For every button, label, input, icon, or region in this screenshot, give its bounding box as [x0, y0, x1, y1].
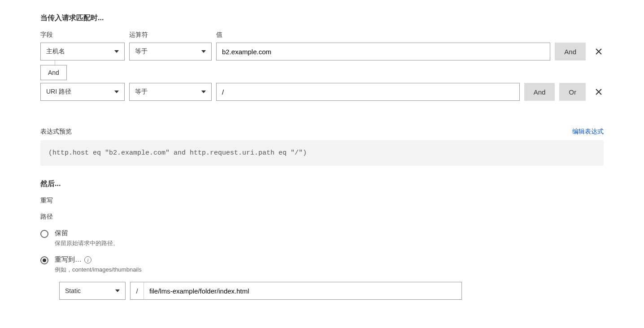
operator-select-value: 等于	[135, 88, 148, 96]
field-select-value: URI 路径	[46, 88, 71, 96]
value-input[interactable]	[216, 83, 520, 101]
rewrite-path-wrap: /	[130, 282, 462, 300]
label-field: 字段	[40, 31, 125, 39]
label-value: 值	[216, 31, 222, 39]
close-icon	[595, 88, 603, 96]
match-section-title: 当传入请求匹配时...	[40, 13, 604, 23]
radio-button[interactable]	[40, 230, 48, 238]
preview-label: 表达式预览	[40, 128, 72, 136]
operator-select[interactable]: 等于	[129, 83, 212, 101]
operator-select-value: 等于	[135, 47, 148, 56]
radio-rewrite[interactable]: 重写到… i 例如，content/images/thumbnails	[40, 255, 604, 274]
label-operator: 运算符	[129, 31, 212, 39]
value-input[interactable]	[216, 43, 550, 60]
condition-row: 主机名 等于 And	[40, 43, 604, 60]
condition-connector: And	[40, 60, 604, 83]
radio-rewrite-sub: 例如，content/images/thumbnails	[55, 266, 142, 274]
chevron-down-icon	[114, 50, 119, 53]
path-label: 路径	[40, 213, 604, 221]
edit-expression-link[interactable]: 编辑表达式	[572, 128, 604, 136]
rewrite-type-value: Static	[65, 287, 81, 294]
chevron-down-icon	[201, 91, 206, 93]
radio-preserve[interactable]: 保留 保留原始请求中的路径。	[40, 229, 604, 247]
rewrite-input-row: Static /	[59, 282, 604, 300]
condition-labels: 字段 运算符 值	[40, 31, 604, 39]
rewrite-type-select[interactable]: Static	[59, 282, 126, 300]
close-icon	[595, 47, 603, 56]
preview-header: 表达式预览 编辑表达式	[40, 128, 604, 136]
field-select[interactable]: URI 路径	[40, 83, 125, 101]
and-button[interactable]: And	[524, 83, 555, 101]
then-section-title: 然后...	[40, 179, 604, 189]
rewrite-path-input[interactable]	[144, 282, 462, 300]
connector-badge: And	[40, 65, 67, 80]
info-icon[interactable]: i	[84, 256, 91, 263]
radio-button[interactable]	[40, 256, 48, 264]
field-select[interactable]: 主机名	[40, 43, 125, 60]
chevron-down-icon	[115, 289, 120, 292]
and-button[interactable]: And	[555, 43, 586, 60]
chevron-down-icon	[201, 50, 206, 53]
radio-rewrite-title: 重写到…	[55, 255, 82, 264]
expression-preview: (http.host eq "b2.example.com" and http.…	[40, 140, 604, 166]
condition-row: URI 路径 等于 And Or	[40, 83, 604, 101]
operator-select[interactable]: 等于	[129, 43, 212, 60]
radio-preserve-sub: 保留原始请求中的路径。	[55, 239, 119, 247]
remove-condition-button[interactable]	[594, 47, 604, 56]
radio-selected-dot	[43, 259, 46, 262]
remove-condition-button[interactable]	[594, 87, 604, 97]
chevron-down-icon	[114, 91, 119, 93]
path-radio-group: 保留 保留原始请求中的路径。 重写到… i 例如，content/images/…	[40, 229, 604, 274]
or-button[interactable]: Or	[559, 83, 586, 101]
slash-prefix: /	[130, 282, 144, 300]
radio-preserve-title: 保留	[55, 229, 119, 237]
field-select-value: 主机名	[46, 47, 65, 56]
rewrite-label: 重写	[40, 197, 604, 205]
